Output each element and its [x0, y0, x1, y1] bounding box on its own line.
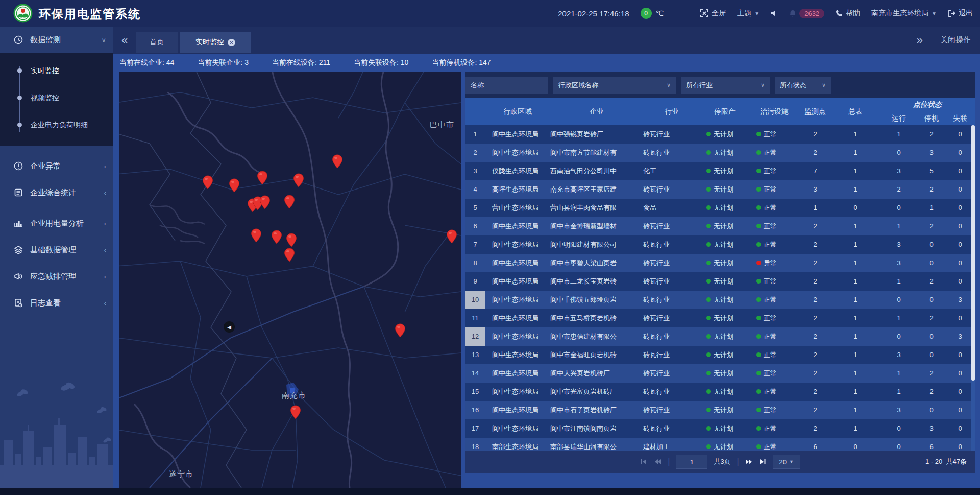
- table-row[interactable]: 14阆中生态环境局阆中大兴页岩机砖厂砖瓦行业无计划正常21120: [465, 364, 975, 383]
- map-panel[interactable]: 巴中市南充市遂宁市: [119, 72, 461, 488]
- sound-button[interactable]: [771, 10, 778, 17]
- table-row[interactable]: 3仪陇生态环境局西南油气田分公司川中化工无计划正常71350: [465, 162, 975, 180]
- tab-home[interactable]: 首页: [136, 32, 178, 53]
- map-pin[interactable]: [251, 228, 262, 243]
- map-collapse-handle[interactable]: ◀: [224, 321, 235, 333]
- last-page-button[interactable]: [759, 458, 767, 465]
- cell-facility: 正常: [749, 217, 799, 235]
- table-row[interactable]: 4高坪生态环境局南充市高坪区王家店建砖瓦行业无计划正常31220: [465, 180, 975, 199]
- scrollbar-thumb[interactable]: [971, 125, 975, 381]
- table-row[interactable]: 12阆中生态环境局阆中市忠信建材有限公砖瓦行业无计划正常21003: [465, 327, 975, 346]
- notifications[interactable]: 2632: [789, 9, 824, 18]
- tab-realtime-monitor[interactable]: 实时监控 ✕: [180, 32, 251, 53]
- map-pin[interactable]: [257, 171, 268, 185]
- sidebar-item-log-view[interactable]: 日志查看 ‹: [0, 290, 113, 316]
- name-search-input[interactable]: [465, 77, 548, 94]
- logout-button[interactable]: 退出: [948, 9, 973, 18]
- help-button[interactable]: 帮助: [836, 9, 860, 18]
- table-row[interactable]: 7阆中生态环境局阆中明阳建材有限公司砖瓦行业无计划正常21300: [465, 235, 975, 254]
- map-pin[interactable]: [284, 195, 295, 209]
- cell-stop-limit: 无计划: [700, 199, 749, 217]
- map-pin[interactable]: [293, 173, 304, 187]
- table-row[interactable]: 5营山生态环境局营山县润丰肉食品有限食品无计划正常10010: [465, 199, 975, 217]
- map-pin[interactable]: [284, 248, 295, 262]
- cell-monitor: 3: [799, 180, 831, 199]
- region-select[interactable]: 行政区域名称∨: [553, 77, 676, 94]
- cell-lost: 0: [945, 217, 975, 235]
- page-size-select[interactable]: 20▼: [773, 455, 800, 469]
- map-pin[interactable]: [290, 405, 301, 419]
- cell-row-number: 4: [465, 180, 485, 199]
- table-row[interactable]: 9阆中生态环境局阆中市二龙长宝页岩砖砖瓦行业无计划正常21120: [465, 272, 975, 291]
- tabs-scroll-left-icon[interactable]: «: [121, 34, 128, 47]
- table-row[interactable]: 2阆中生态环境局阆中市南方节能建材有砖瓦行业无计划正常21030: [465, 144, 975, 162]
- map-pin[interactable]: [259, 195, 271, 209]
- cell-meter: 1: [831, 144, 880, 162]
- sidebar-item-base-data[interactable]: 基础数据管理 ‹: [0, 237, 113, 263]
- status-dot-icon: [706, 150, 711, 155]
- cell-row-number: 16: [465, 401, 485, 419]
- table-row[interactable]: 17阆中生态环境局阆中市江南镇阆南页岩砖瓦行业无计划正常21030: [465, 419, 975, 438]
- table-row[interactable]: 8阆中生态环境局阆中市枣碧大梁山页岩砖瓦行业无计划异常21300: [465, 254, 975, 272]
- table-row[interactable]: 11阆中生态环境局阆中市五马桥页岩机砖砖瓦行业无计划正常21120: [465, 309, 975, 327]
- map-pin[interactable]: [446, 229, 457, 244]
- table-row[interactable]: 10阆中生态环境局阆中千佛镇五郎垭页岩砖瓦行业无计划正常21003: [465, 291, 975, 309]
- page-number-input[interactable]: [676, 455, 707, 469]
- temperature-unit: ℃: [656, 9, 664, 17]
- status-dot-icon: [756, 408, 761, 412]
- cell-stopped: 0: [918, 254, 945, 272]
- stat-online-companies: 当前在线企业: 44: [119, 58, 174, 67]
- cell-meter: 1: [831, 327, 880, 346]
- table-row[interactable]: 1阆中生态环境局阆中强锐页岩砖厂砖瓦行业无计划正常21120: [465, 125, 975, 144]
- sidebar-item-company-abnormal[interactable]: 企业异常 ‹: [0, 153, 113, 179]
- map-pin[interactable]: [202, 175, 213, 190]
- map-pin[interactable]: [229, 178, 240, 193]
- table-row[interactable]: 13阆中生态环境局阆中市金福旺页岩机砖砖瓦行业无计划正常21300: [465, 346, 975, 364]
- status-dot-icon: [706, 242, 711, 247]
- cell-industry: 砖瓦行业: [643, 217, 700, 235]
- status-select[interactable]: 所有状态∨: [775, 77, 831, 94]
- table-scrollbar[interactable]: [971, 125, 975, 451]
- org-dropdown[interactable]: 南充市生态环境局▼: [871, 9, 937, 18]
- map-pin[interactable]: [395, 323, 406, 338]
- close-operations-button[interactable]: 关闭操作: [940, 35, 971, 45]
- cell-region: 阆中生态环境局: [485, 254, 550, 272]
- table-row[interactable]: 15阆中生态环境局阆中市光富页岩机砖厂砖瓦行业无计划正常21120: [465, 383, 975, 401]
- table-row[interactable]: 18南部生态环境局南部县瑞华山河有限公建材加工无计划正常60060: [465, 438, 975, 451]
- cell-meter: 1: [831, 383, 880, 401]
- industry-select[interactable]: 所有行业∨: [681, 77, 770, 94]
- table-row[interactable]: 16阆中生态环境局阆中市石子页岩机砖厂砖瓦行业无计划正常21300: [465, 401, 975, 419]
- cell-company: 阆中市忠信建材有限公: [550, 327, 643, 346]
- cell-region: 阆中生态环境局: [485, 327, 550, 346]
- map-pin[interactable]: [332, 154, 343, 169]
- cell-company: 营山县润丰肉食品有限: [550, 199, 643, 217]
- sidebar-item-emergency-reduction[interactable]: 应急减排管理 ‹: [0, 263, 113, 290]
- cell-stopped: 2: [918, 180, 945, 199]
- cell-monitor: 2: [799, 364, 831, 383]
- cell-meter: 0: [831, 438, 880, 451]
- prev-page-button[interactable]: [654, 458, 662, 465]
- map-pin[interactable]: [286, 233, 297, 247]
- chevron-down-icon: ∨: [101, 36, 106, 44]
- sidebar-item-realtime-monitor[interactable]: 实时监控: [0, 57, 113, 84]
- first-page-button[interactable]: [640, 458, 648, 465]
- table-row[interactable]: 6阆中生态环境局阆中市金博瑞新型墙材砖瓦行业无计划正常21120: [465, 217, 975, 235]
- cell-run: 1: [880, 217, 918, 235]
- fullscreen-button[interactable]: 全屏: [700, 9, 726, 18]
- tabs-scroll-right-icon[interactable]: »: [917, 34, 923, 47]
- sidebar-item-video-monitor[interactable]: 视频监控: [0, 84, 113, 111]
- sidebar-item-company-statistics[interactable]: 企业综合统计 ‹: [0, 179, 113, 206]
- sidebar-item-power-load-detail[interactable]: 企业电力负荷明细: [0, 111, 113, 138]
- map-pin[interactable]: [271, 230, 282, 244]
- cell-industry: 化工: [643, 162, 700, 180]
- cell-stop-limit: 无计划: [700, 401, 749, 419]
- sidebar-item-power-analysis[interactable]: 企业用电量分析 ‹: [0, 210, 113, 237]
- theme-dropdown[interactable]: 主题▼: [737, 9, 760, 18]
- stats-bar: 当前在线企业: 44 当前失联企业: 3 当前在线设备: 211 当前失联设备:…: [119, 54, 491, 72]
- cell-facility: 正常: [749, 438, 799, 451]
- sidebar-item-data-monitoring[interactable]: 数据监测 ∨: [0, 27, 113, 53]
- tab-close-icon[interactable]: ✕: [228, 39, 235, 46]
- cell-monitor: 2: [799, 272, 831, 291]
- cell-company: 阆中市五马桥页岩机砖: [550, 309, 643, 327]
- next-page-button[interactable]: [745, 458, 753, 465]
